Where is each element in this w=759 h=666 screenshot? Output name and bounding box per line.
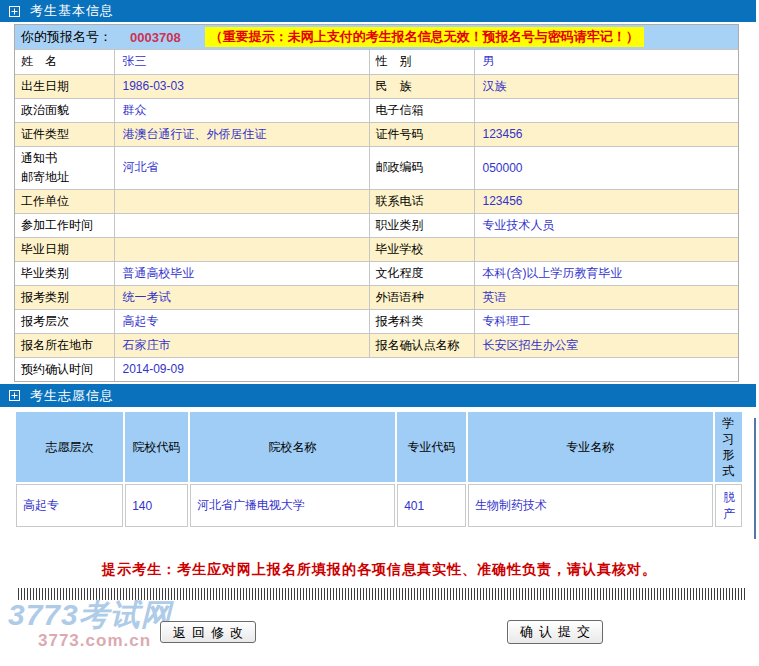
field-value: 普通高校毕业 [114, 261, 369, 285]
volunteer-section-right-border [754, 418, 756, 539]
field-label: 证件号码 [369, 122, 474, 146]
table-row: 姓 名 张三 性 别 男 [15, 50, 738, 74]
field-value: 高起专 [114, 309, 369, 333]
expand-plus-icon[interactable] [9, 390, 20, 401]
field-value: 123456 [474, 122, 738, 146]
field-value: 专科理工 [474, 309, 738, 333]
field-label: 民 族 [369, 74, 474, 98]
field-label: 政治面貌 [15, 98, 114, 122]
school-code: 140 [125, 484, 188, 527]
column-header: 院校代码 [125, 412, 188, 482]
table-row: 预约确认时间 2014-09-09 [15, 357, 738, 381]
field-label: 职业类别 [369, 213, 474, 237]
study-form: 脱产 [715, 484, 742, 527]
field-value: 汉族 [474, 74, 738, 98]
table-row: 参加工作时间 职业类别 专业技术人员 [15, 213, 738, 237]
field-label: 毕业日期 [15, 237, 114, 261]
major-code: 401 [397, 484, 466, 527]
striped-divider [18, 588, 746, 600]
field-label: 参加工作时间 [15, 213, 114, 237]
table-row: 通知书 邮寄地址 河北省 邮政编码 050000 [15, 146, 738, 189]
column-header-vertical: 学习形式 [715, 412, 742, 482]
field-value: 港澳台通行证、外侨居住证 [114, 122, 369, 146]
return-modify-button[interactable]: 返回修改 [160, 621, 256, 643]
prereg-number-value: 0003708 [130, 30, 181, 45]
column-header: 专业名称 [468, 412, 713, 482]
field-value [114, 189, 369, 213]
field-label: 性 别 [369, 50, 474, 74]
field-value: 123456 [474, 189, 738, 213]
field-value: 1986-03-03 [114, 74, 369, 98]
field-label: 报名确认点名称 [369, 333, 474, 357]
watermark-url-text: 3773.com.cn [38, 631, 172, 651]
column-header: 志愿层次 [16, 412, 123, 482]
volunteer-header-row: 志愿层次 院校代码 院校名称 专业代码 专业名称 学习形式 [16, 412, 742, 482]
volunteer-level: 高起专 [16, 484, 123, 527]
field-label: 文化程度 [369, 261, 474, 285]
table-row: 毕业日期 毕业学校 [15, 237, 738, 261]
basic-info-panel: 你的预报名号： 0003708 （重要提示：未网上支付的考生报名信息无效！预报名… [14, 24, 739, 382]
table-row: 政治面貌 群众 电子信箱 [15, 98, 738, 122]
field-value: 英语 [474, 285, 738, 309]
field-value: 专业技术人员 [474, 213, 738, 237]
field-value: 群众 [114, 98, 369, 122]
field-value: 张三 [114, 50, 369, 74]
field-value [474, 237, 738, 261]
field-label: 外语语种 [369, 285, 474, 309]
column-header: 院校名称 [190, 412, 395, 482]
field-value: 男 [474, 50, 738, 74]
verification-notice: 提示考生：考生应对网上报名所填报的各项信息真实性、准确性负责，请认真核对。 [0, 561, 759, 579]
confirm-submit-button[interactable]: 确认提交 [507, 620, 603, 644]
major-name: 生物制药技术 [468, 484, 713, 527]
volunteer-info-section-bar[interactable]: 考生志愿信息 [0, 384, 756, 407]
field-label: 毕业类别 [15, 261, 114, 285]
page: 考生基本信息 你的预报名号： 0003708 （重要提示：未网上支付的考生报名信… [0, 0, 759, 666]
basic-info-table: 姓 名 张三 性 别 男 出生日期 1986-03-03 民 族 汉族 政治面貌… [15, 50, 738, 381]
watermark-logo-text: 3773考试网 [8, 599, 172, 631]
table-row: 报考类别 统一考试 外语语种 英语 [15, 285, 738, 309]
field-value [474, 98, 738, 122]
field-label: 报考科类 [369, 309, 474, 333]
field-value: 统一考试 [114, 285, 369, 309]
prereg-number-label: 你的预报名号： [21, 28, 112, 46]
basic-info-section-bar[interactable]: 考生基本信息 [0, 0, 756, 22]
field-label: 报考类别 [15, 285, 114, 309]
field-label: 证件类型 [15, 122, 114, 146]
section-title-basic: 考生基本信息 [30, 2, 114, 20]
field-label: 电子信箱 [369, 98, 474, 122]
field-value: 石家庄市 [114, 333, 369, 357]
table-row: 工作单位 联系电话 123456 [15, 189, 738, 213]
field-label: 工作单位 [15, 189, 114, 213]
volunteer-data-row: 高起专 140 河北省广播电视大学 401 生物制药技术 脱产 [16, 484, 742, 527]
field-value: 长安区招生办公室 [474, 333, 738, 357]
field-label: 毕业学校 [369, 237, 474, 261]
payment-warning: （重要提示：未网上支付的考生报名信息无效！预报名号与密码请牢记！） [205, 27, 644, 47]
table-row: 报考层次 高起专 报考科类 专科理工 [15, 309, 738, 333]
field-value [114, 213, 369, 237]
prereg-number-row: 你的预报名号： 0003708 （重要提示：未网上支付的考生报名信息无效！预报名… [15, 25, 738, 50]
field-label: 报考层次 [15, 309, 114, 333]
field-value [114, 237, 369, 261]
field-value: 河北省 [114, 146, 369, 189]
field-value: 2014-09-09 [114, 357, 738, 381]
field-label: 报名所在地市 [15, 333, 114, 357]
table-row: 出生日期 1986-03-03 民 族 汉族 [15, 74, 738, 98]
site-watermark: 3773考试网 3773.com.cn [8, 599, 172, 651]
expand-plus-icon[interactable] [9, 6, 20, 17]
volunteer-table: 志愿层次 院校代码 院校名称 专业代码 专业名称 学习形式 高起专 140 河北… [14, 410, 744, 529]
table-row: 毕业类别 普通高校毕业 文化程度 本科(含)以上学历教育毕业 [15, 261, 738, 285]
field-label: 预约确认时间 [15, 357, 114, 381]
field-label: 姓 名 [15, 50, 114, 74]
school-name: 河北省广播电视大学 [190, 484, 395, 527]
table-row: 证件类型 港澳台通行证、外侨居住证 证件号码 123456 [15, 122, 738, 146]
field-label: 出生日期 [15, 74, 114, 98]
field-label: 通知书 邮寄地址 [15, 146, 114, 189]
table-row: 报名所在地市 石家庄市 报名确认点名称 长安区招生办公室 [15, 333, 738, 357]
column-header: 专业代码 [397, 412, 466, 482]
field-label: 联系电话 [369, 189, 474, 213]
section-title-volunteer: 考生志愿信息 [30, 387, 114, 405]
field-value: 本科(含)以上学历教育毕业 [474, 261, 738, 285]
field-value: 050000 [474, 146, 738, 189]
field-label: 邮政编码 [369, 146, 474, 189]
